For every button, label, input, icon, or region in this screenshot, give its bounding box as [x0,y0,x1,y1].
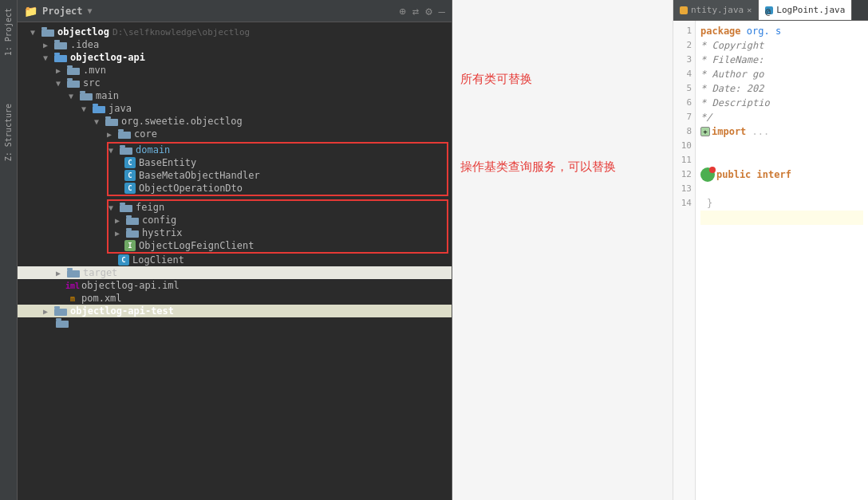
arrow-objectlog[interactable] [30,28,41,37]
svg-rect-7 [67,65,73,68]
tree-item-src[interactable]: src [18,77,452,89]
arrow-core[interactable] [107,130,118,139]
tab-icon-logpoint: @ [765,6,773,14]
closing-brace: } [707,196,712,211]
tree-item-core[interactable]: core [18,128,452,140]
tree-label-iml: objectlog-api.iml [81,280,180,291]
fold-icon-import[interactable]: + [700,127,710,136]
tree-item-idea[interactable]: .idea [18,38,452,51]
domain-redbox: domain C BaseEntity C BaseMetaObjectHand… [107,142,448,196]
globe-icon[interactable]: ⊕ [399,5,405,18]
tab-close-entity[interactable]: ✕ [747,6,752,14]
tree-item-java[interactable]: java [18,102,452,115]
class-icon-base-entity: C [124,157,136,168]
tree-item-main[interactable]: main [18,89,452,102]
code-line-7: */ [700,110,863,124]
sidebar-strip[interactable]: 1: Project Z: Structure [0,0,18,500]
tree-item-domain[interactable]: domain [108,144,447,156]
arrow-src[interactable] [56,79,67,88]
svg-rect-30 [56,321,69,328]
folder-icon-mvn [67,65,80,75]
annotation-1: 所有类可替换 [460,72,532,87]
arrow-objectlog-api-test[interactable] [43,307,54,316]
arrow-domain[interactable] [108,146,120,155]
svg-rect-1 [41,27,47,30]
tree-label-objectlog-api: objectlog-api [70,52,145,63]
sync-icon[interactable]: ⇄ [412,5,419,18]
svg-rect-17 [118,129,124,132]
panel-header-left: 📁 Project ▼ [24,5,93,18]
arrow-mvn[interactable] [56,66,67,75]
svg-rect-29 [54,306,60,309]
arrow-idea[interactable] [43,41,54,49]
tree-item-log-client[interactable]: C LogClient [18,254,452,266]
import-ellipsis: ... [752,124,770,139]
folder-icon-src [67,78,80,88]
folder-icon-java [93,104,105,113]
tree-item-object-operation-dto[interactable]: C ObjectOperationDto [108,182,447,195]
editor-tabs: ntity.java ✕ @ LogPoint.java [673,0,868,21]
svg-rect-19 [120,145,125,148]
feign-redbox: feign config hystrix I ObjectLogFei [107,199,448,254]
tree-item-mvn[interactable]: .mvn [18,64,452,77]
comment-end: */ [700,110,712,124]
svg-rect-24 [126,230,139,238]
tree-label-config: config [142,215,176,226]
arrow-org-sweetie[interactable] [94,117,105,126]
arrow-hystrix[interactable] [115,229,126,238]
folder-icon-domain [120,145,132,155]
tree-label-hystrix: hystrix [142,227,183,238]
sidebar-label-project[interactable]: 1: Project [4,8,13,56]
sidebar-label-structure[interactable]: Z: Structure [4,104,13,161]
tree-label-base-meta: BaseMetaObjectHandler [139,170,260,181]
code-line-6: * Descriptio [700,96,863,110]
svg-rect-16 [118,132,131,139]
tree-label-domain: domain [136,144,170,156]
svg-rect-18 [120,148,132,155]
tree-item-objectlog-api-test[interactable]: objectlog-api-test [18,305,452,317]
svg-rect-9 [67,78,73,81]
tree-item-base-meta[interactable]: C BaseMetaObjectHandler [108,169,447,182]
panel-dropdown-arrow[interactable]: ▼ [88,6,93,15]
tree-label-java: java [108,103,132,114]
project-panel: 📁 Project ▼ ⊕ ⇄ ⚙ — objectlog D:\selfkno… [18,0,452,500]
tree-item-hystrix[interactable]: hystrix [108,226,447,239]
minimize-icon[interactable]: — [439,5,445,18]
tree-item-target[interactable]: target [18,266,452,279]
comment-author: * Author go [700,67,763,81]
arrow-objectlog-api[interactable] [43,53,54,62]
tree-label-target: target [83,267,117,278]
svg-rect-21 [120,203,125,205]
folder-icon-core [118,129,131,139]
tree-item-feign[interactable]: feign [108,201,447,214]
tree-item-objectlog-api[interactable]: objectlog-api [18,51,452,64]
tree-item-pom[interactable]: m pom.xml [18,292,452,305]
svg-rect-6 [67,68,80,75]
tab-entity[interactable]: ntity.java ✕ [673,0,759,20]
arrow-main[interactable] [69,92,80,100]
tree-item-cut[interactable] [18,317,452,329]
settings-icon[interactable]: ⚙ [425,5,432,18]
tab-logpoint[interactable]: @ LogPoint.java [759,0,852,20]
tab-label-entity: ntity.java [691,5,744,15]
arrow-target[interactable] [56,269,67,278]
interface-icon-object-log-feign: I [124,240,136,251]
tree-item-config[interactable]: config [108,214,447,226]
svg-rect-20 [120,205,132,212]
tree-label-org-sweetie: org.sweetie.objectlog [121,116,243,127]
iml-icon: iml [67,280,78,291]
code-line-4: * Author go [700,67,863,81]
class-icon-log-client: C [118,254,129,266]
arrow-config[interactable] [115,216,126,225]
tree-item-org-sweetie[interactable]: org.sweetie.objectlog [18,115,452,128]
svg-rect-14 [105,119,118,126]
arrow-java[interactable] [81,104,93,113]
code-line-13: } [700,196,863,211]
tree-item-object-log-feign[interactable]: I ObjectLogFeignClient [108,239,447,252]
avatar-icon [700,167,715,182]
tree-item-iml[interactable]: iml objectlog-api.iml [18,279,452,292]
arrow-feign[interactable] [108,203,120,212]
svg-rect-22 [126,218,139,225]
tree-item-base-entity[interactable]: C BaseEntity [108,156,447,169]
tree-item-objectlog[interactable]: objectlog D:\selfknowledge\objectlog [18,26,452,38]
